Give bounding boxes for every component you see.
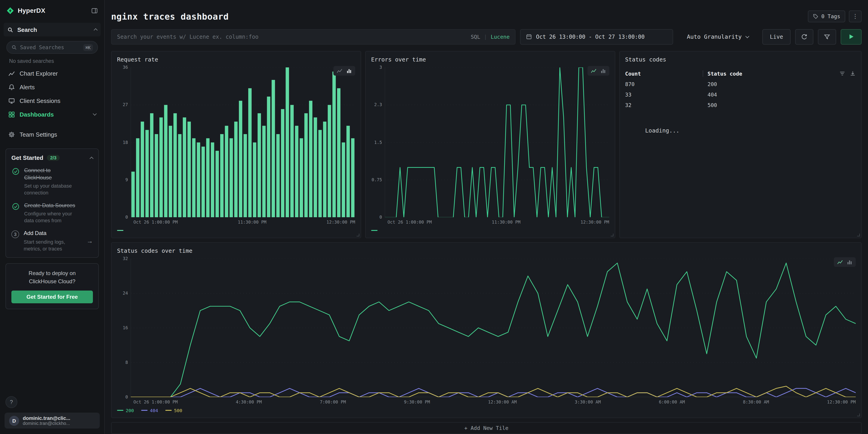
add-new-tile-button[interactable]: + Add New Tile	[111, 422, 862, 434]
chart-legend: 200404500	[117, 408, 856, 413]
y-tick: 9	[125, 178, 128, 182]
x-tick: 11:30:00 PM	[238, 220, 267, 225]
tile-status-codes-over-time: Status codes over time 32241680 Oct 26 1…	[111, 243, 862, 418]
user-email-primary: dominic.tran@clic...	[23, 415, 70, 421]
step-desc: Configure where your data comes from	[24, 211, 79, 224]
get-started-card: Get Started 2/3 Connect to ClickHouse Se…	[5, 149, 99, 258]
x-axis-labels: Oct 26 1:00:00 PM11:30:00 PM12:30:00 PM	[388, 220, 609, 225]
app-window: HyperDX Search ⌘K No saved searches Cha	[0, 0, 868, 434]
get-started-title: Get Started	[11, 154, 43, 161]
legend-item[interactable]	[371, 230, 380, 231]
x-tick: 8:30:00 AM	[743, 399, 769, 404]
legend-item[interactable]: 404	[141, 408, 158, 413]
chart-plot[interactable]	[131, 259, 856, 397]
column-header-status-code[interactable]: Status code	[708, 70, 742, 77]
get-started-item-connect[interactable]: Connect to ClickHouse Set up your databa…	[11, 167, 93, 196]
bar-chart-icon[interactable]	[346, 68, 352, 74]
y-tick: 8	[125, 360, 128, 365]
filter-button[interactable]	[818, 29, 836, 44]
tile-title: Status codes over time	[117, 248, 856, 254]
resize-handle[interactable]	[857, 413, 860, 416]
sort-lines-icon[interactable]	[839, 71, 845, 77]
dashboard-tiles-row: Request rate 36271890 Oct 26 1:00:00 PM1…	[111, 51, 862, 239]
resize-handle[interactable]	[611, 234, 613, 237]
chevron-down-icon	[93, 112, 97, 116]
tile-status-codes: Status codes Count Status code 87020033	[619, 51, 862, 239]
check-circle-icon	[11, 167, 20, 175]
chart-plot[interactable]	[131, 67, 355, 217]
bar-chart-icon[interactable]	[846, 259, 852, 265]
get-started-item-sources[interactable]: Create Data Sources Configure where your…	[11, 202, 93, 224]
event-search-box[interactable]: SQL | Lucene	[111, 29, 516, 44]
sidebar-item-dashboards[interactable]: Dashboards	[0, 107, 104, 121]
y-tick: 16	[123, 326, 128, 330]
hyperdx-logo-icon	[6, 7, 14, 14]
granularity-select[interactable]: Auto Granularity	[678, 29, 758, 44]
legend-label: 500	[174, 408, 182, 413]
y-axis-labels: 36271890	[117, 65, 131, 220]
sidebar-item-chart-explorer[interactable]: Chart Explorer	[0, 66, 104, 80]
sql-language-toggle[interactable]: SQL	[471, 34, 480, 40]
line-chart-icon[interactable]	[837, 259, 843, 265]
y-tick: 36	[123, 65, 128, 70]
user-menu[interactable]: D dominic.tran@clic... dominic.tran@clic…	[5, 412, 100, 429]
collapse-sidebar-icon[interactable]	[91, 7, 98, 14]
legend-item[interactable]: 200	[117, 408, 134, 413]
step-title: Add Data	[24, 230, 78, 237]
refresh-button[interactable]	[795, 29, 813, 44]
column-divider[interactable]	[703, 71, 703, 77]
legend-swatch	[117, 230, 123, 231]
search-section-label: Search	[17, 26, 37, 33]
table-cell: 500	[708, 102, 717, 108]
tag-icon	[813, 14, 818, 19]
sidebar-item-client-sessions[interactable]: Client Sessions	[0, 94, 104, 107]
sidebar-item-team-settings[interactable]: Team Settings	[0, 127, 104, 141]
y-tick: 3	[379, 65, 382, 70]
get-started-header[interactable]: Get Started 2/3	[11, 154, 93, 161]
help-button[interactable]: ?	[5, 396, 17, 408]
date-range-picker[interactable]: Oct 26 13:00:00 - Oct 27 13:00:00	[520, 29, 673, 44]
download-icon[interactable]	[850, 71, 856, 77]
bar-chart-icon[interactable]	[600, 68, 606, 74]
shortcut-badge: ⌘K	[83, 44, 93, 51]
legend-item[interactable]	[117, 230, 126, 231]
legend-item[interactable]: 500	[165, 408, 182, 413]
chevron-down-icon	[745, 34, 749, 38]
resize-handle[interactable]	[356, 234, 359, 237]
line-chart-icon[interactable]	[337, 68, 342, 74]
loading-text: Loading...	[645, 127, 856, 134]
event-search-input[interactable]	[117, 34, 467, 40]
column-header-count[interactable]: Count	[625, 70, 703, 77]
tags-button[interactable]: 0 Tags	[808, 10, 845, 22]
table-row[interactable]: 870200	[625, 79, 856, 90]
play-icon	[849, 34, 854, 39]
table-header: Count Status code	[625, 68, 856, 79]
get-started-item-add-data[interactable]: 3 Add Data Start sending logs, metrics, …	[11, 230, 93, 252]
saved-searches-input[interactable]	[20, 44, 80, 51]
check-circle-icon	[11, 203, 20, 210]
run-query-button[interactable]	[841, 29, 862, 44]
monitor-icon	[8, 97, 15, 104]
live-button[interactable]: Live	[762, 29, 790, 44]
granularity-value: Auto Granularity	[687, 33, 742, 40]
funnel-icon	[824, 34, 830, 40]
x-tick: 9:30:00 PM	[404, 399, 430, 404]
table-row[interactable]: 33404	[625, 90, 856, 100]
table-row[interactable]: 32500	[625, 100, 856, 111]
x-axis-labels: Oct 26 1:00:00 PM4:30:00 PM7:00:00 PM9:3…	[133, 399, 856, 404]
lucene-language-toggle[interactable]: Lucene	[491, 34, 509, 40]
sidebar-item-alerts[interactable]: Alerts	[0, 80, 104, 94]
chart-plot[interactable]	[385, 67, 609, 217]
dashboard-menu-button[interactable]: ⋮	[849, 10, 862, 22]
deploy-text-line1: Ready to deploy on	[11, 269, 93, 278]
saved-searches-box[interactable]: ⌘K	[6, 41, 98, 54]
x-tick: 11:30:00 PM	[492, 220, 521, 225]
chart-type-toggle	[587, 66, 609, 75]
legend-swatch	[117, 410, 123, 411]
sidebar-section-search[interactable]: Search	[4, 23, 101, 36]
x-tick: Oct 26 1:00:00 PM	[388, 220, 432, 225]
x-tick: 4:30:00 PM	[236, 399, 261, 404]
line-chart-icon[interactable]	[590, 68, 596, 74]
get-started-free-button[interactable]: Get Started for Free	[11, 291, 93, 304]
resize-handle[interactable]	[857, 234, 860, 237]
